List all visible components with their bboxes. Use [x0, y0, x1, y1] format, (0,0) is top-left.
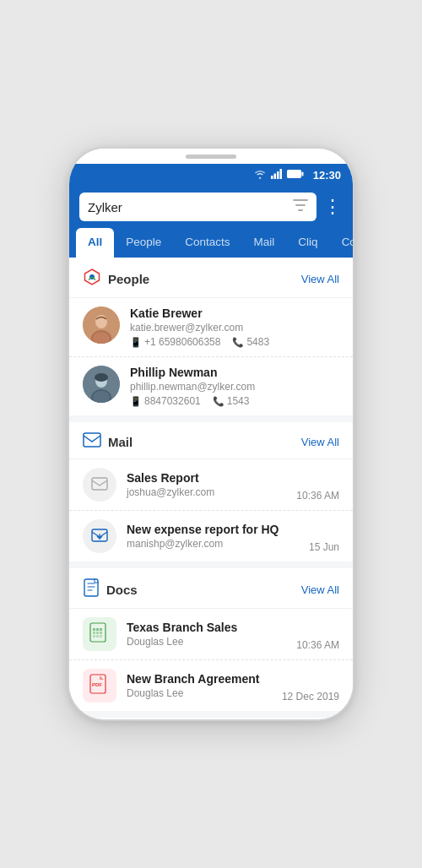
- contact-item-phillip[interactable]: Phillip Newman phillip.newman@zylker.com…: [69, 357, 353, 415]
- expense-report-info: New expense report for HQ manishp@zylker…: [127, 523, 299, 550]
- katie-name: Katie Brewer: [130, 307, 339, 320]
- katie-ext: 📞 5483: [232, 336, 269, 348]
- mail-outbox-icon-wrap: [83, 468, 116, 502]
- texas-branch-time: 10:36 AM: [296, 639, 339, 651]
- svg-rect-5: [301, 172, 303, 176]
- phillip-ext: 📞 1543: [213, 395, 250, 407]
- tab-people[interactable]: People: [114, 228, 173, 258]
- phillip-meta: 📱 8847032601 📞 1543: [130, 395, 339, 407]
- docs-section: Docs View All: [69, 568, 353, 711]
- svg-text:PDF: PDF: [92, 682, 102, 687]
- contact-item-katie[interactable]: Katie Brewer katie.brewer@zylker.com 📱 +…: [69, 298, 353, 357]
- avatar-katie: [83, 307, 120, 344]
- filter-icon[interactable]: [293, 198, 308, 215]
- phillip-info: Phillip Newman phillip.newman@zylker.com…: [130, 366, 339, 407]
- search-input-wrap[interactable]: Zylker: [79, 193, 316, 221]
- svg-rect-2: [277, 171, 279, 179]
- tab-contacts[interactable]: Contacts: [173, 228, 241, 258]
- svg-rect-3: [279, 169, 282, 179]
- more-options-icon[interactable]: ⋮: [323, 196, 343, 218]
- svg-rect-25: [100, 628, 102, 631]
- phone-top-bar: [69, 149, 353, 164]
- phone-icon: 📱: [130, 337, 142, 348]
- tab-cliq[interactable]: Cliq: [286, 228, 329, 258]
- texas-branch-author: Douglas Lee: [127, 636, 286, 648]
- svg-rect-27: [96, 632, 99, 634]
- svg-rect-4: [287, 171, 300, 178]
- texas-branch-name: Texas Branch Sales: [127, 621, 286, 634]
- battery-icon: [287, 169, 304, 181]
- avatar-phillip: [83, 366, 120, 403]
- people-section-icon: [83, 268, 101, 290]
- expense-report-from: manishp@zylker.com: [127, 538, 299, 550]
- tab-mail[interactable]: Mail: [242, 228, 287, 258]
- desk-phone-icon: 📞: [232, 337, 244, 348]
- mail-inbox-icon: [91, 527, 108, 546]
- search-bar: Zylker ⋮: [69, 186, 353, 228]
- docs-section-icon: [83, 578, 100, 601]
- branch-agreement-name: New Branch Agreement: [127, 672, 272, 686]
- desk-phone-icon-2: 📞: [213, 396, 225, 407]
- svg-rect-31: [100, 635, 102, 637]
- mail-section-title: Mail: [108, 435, 133, 449]
- svg-rect-20: [84, 579, 98, 596]
- content-area: People View All Katie Brewer: [69, 258, 353, 718]
- svg-rect-1: [273, 174, 276, 180]
- branch-agreement-author: Douglas Lee: [127, 687, 272, 699]
- mail-inbox-icon-wrap: [83, 519, 116, 553]
- svg-rect-30: [96, 635, 99, 637]
- mail-section: Mail View All Sales Report joshua@zy: [69, 422, 353, 561]
- branch-agreement-time: 12 Dec 2019: [282, 691, 339, 703]
- docs-view-all[interactable]: View All: [301, 583, 339, 596]
- sales-report-subject: Sales Report: [127, 471, 286, 485]
- svg-rect-29: [93, 635, 95, 637]
- sales-report-from: joshua@zylker.com: [127, 486, 286, 498]
- svg-rect-28: [100, 632, 102, 634]
- doc-item-branch-agreement[interactable]: PDF New Branch Agreement Douglas Lee 12 …: [69, 660, 353, 711]
- people-section: People View All Katie Brewer: [69, 258, 353, 415]
- phone-pill: [186, 155, 236, 159]
- doc-item-texas-branch[interactable]: Texas Branch Sales Douglas Lee 10:36 AM: [69, 609, 353, 660]
- phillip-email: phillip.newman@zylker.com: [130, 381, 339, 393]
- people-section-title: People: [108, 272, 149, 286]
- svg-rect-16: [84, 433, 100, 447]
- mail-item-sales-report[interactable]: Sales Report joshua@zylker.com 10:36 AM: [69, 459, 353, 511]
- doc-pdf-icon-wrap: PDF: [83, 669, 116, 703]
- mail-section-header: Mail View All: [69, 422, 353, 459]
- mail-outbox-icon: [91, 475, 108, 495]
- people-section-header: People View All: [69, 258, 353, 298]
- phillip-name: Phillip Newman: [130, 366, 339, 379]
- svg-rect-26: [93, 632, 95, 634]
- tabs-bar: All People Contacts Mail Cliq Conn: [69, 228, 353, 258]
- tab-all[interactable]: All: [76, 228, 114, 258]
- docs-section-title: Docs: [106, 583, 138, 597]
- sales-report-info: Sales Report joshua@zylker.com: [127, 471, 286, 498]
- docs-title-wrap: Docs: [83, 578, 138, 601]
- tab-conn[interactable]: Conn: [330, 228, 353, 258]
- mail-title-wrap: Mail: [83, 432, 133, 452]
- people-view-all[interactable]: View All: [301, 273, 339, 285]
- katie-email: katie.brewer@zylker.com: [130, 322, 339, 334]
- katie-meta: 📱 +1 65980606358 📞 5483: [130, 336, 339, 348]
- svg-rect-17: [92, 478, 107, 490]
- expense-report-subject: New expense report for HQ: [127, 523, 299, 536]
- expense-report-time: 15 Jun: [309, 541, 339, 553]
- svg-rect-23: [93, 628, 95, 631]
- status-time: 12:30: [313, 169, 341, 182]
- search-text: Zylker: [88, 200, 288, 214]
- svg-point-15: [95, 373, 108, 382]
- branch-agreement-info: New Branch Agreement Douglas Lee: [127, 672, 272, 699]
- wifi-icon: [253, 169, 267, 181]
- svg-rect-0: [271, 176, 273, 179]
- katie-phone: 📱 +1 65980606358: [130, 336, 220, 348]
- status-icons: 12:30: [253, 169, 341, 182]
- mail-item-expense-report[interactable]: New expense report for HQ manishp@zylker…: [69, 511, 353, 561]
- katie-info: Katie Brewer katie.brewer@zylker.com 📱 +…: [130, 307, 339, 348]
- mail-view-all[interactable]: View All: [301, 436, 339, 448]
- phillip-phone: 📱 8847032601: [130, 395, 201, 407]
- sales-report-time: 10:36 AM: [296, 490, 339, 502]
- texas-branch-info: Texas Branch Sales Douglas Lee: [127, 621, 286, 648]
- phone-icon-2: 📱: [130, 396, 142, 407]
- status-bar: 12:30: [69, 164, 353, 186]
- doc-sheet-icon-wrap: [83, 617, 116, 651]
